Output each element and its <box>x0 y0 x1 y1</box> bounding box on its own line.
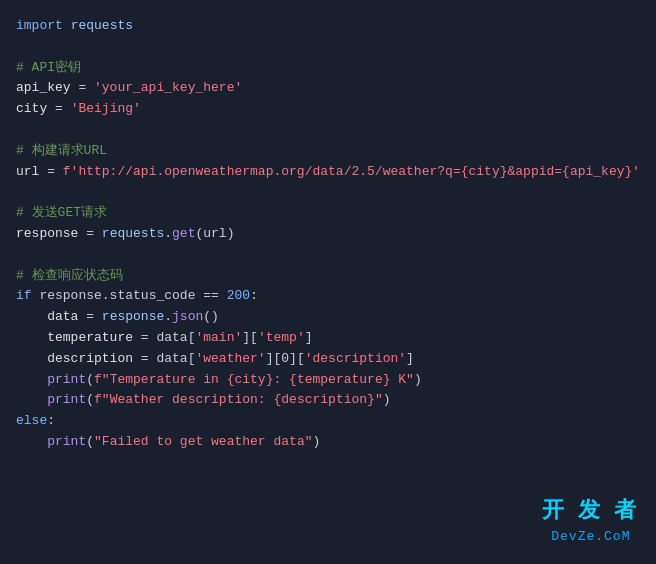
watermark: 开 发 者 DevZe.CoM <box>542 492 640 548</box>
code-line <box>16 120 640 141</box>
code-line: # 检查响应状态码 <box>16 266 640 287</box>
code-line: description = data['weather'][0]['descri… <box>16 349 640 370</box>
code-line: print(f"Temperature in {city}: {temperat… <box>16 370 640 391</box>
code-block: import requests # API密钥api_key = 'your_a… <box>0 0 656 469</box>
code-line: data = response.json() <box>16 307 640 328</box>
code-line: api_key = 'your_api_key_here' <box>16 78 640 99</box>
code-line: else: <box>16 411 640 432</box>
code-line: if response.status_code == 200: <box>16 286 640 307</box>
code-line: temperature = data['main']['temp'] <box>16 328 640 349</box>
code-line: city = 'Beijing' <box>16 99 640 120</box>
code-line: print(f"Weather description: {descriptio… <box>16 390 640 411</box>
code-line: import requests <box>16 16 640 37</box>
code-line <box>16 37 640 58</box>
code-line <box>16 182 640 203</box>
code-line: # API密钥 <box>16 58 640 79</box>
code-line: print("Failed to get weather data") <box>16 432 640 453</box>
watermark-bottom: DevZe.CoM <box>542 527 640 548</box>
code-line: # 发送GET请求 <box>16 203 640 224</box>
code-line <box>16 245 640 266</box>
watermark-top: 开 发 者 <box>542 492 640 527</box>
code-line: url = f'http://api.openweathermap.org/da… <box>16 162 640 183</box>
code-line: response = requests.get(url) <box>16 224 640 245</box>
code-line: # 构建请求URL <box>16 141 640 162</box>
